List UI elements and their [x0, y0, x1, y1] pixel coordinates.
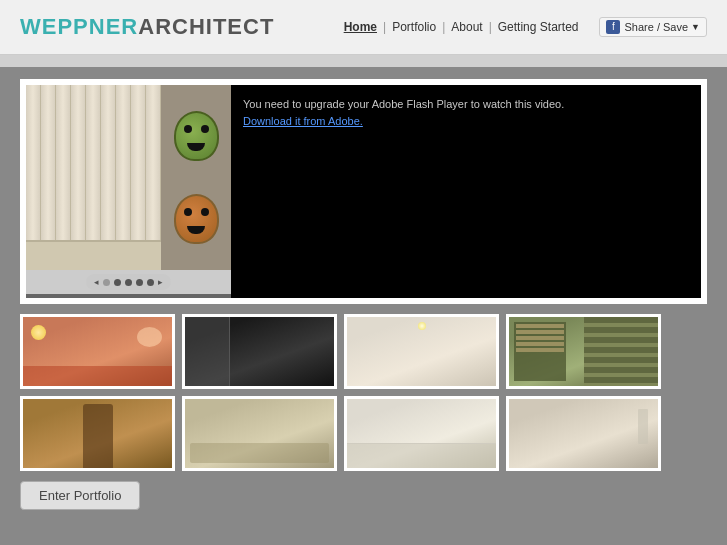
mask-mouth2: [187, 226, 205, 234]
flash-message: You need to upgrade your Adobe Flash Pla…: [243, 97, 689, 112]
dot-2[interactable]: [114, 279, 121, 286]
top-bar: [0, 55, 727, 67]
dot-1[interactable]: [103, 279, 110, 286]
slide-masks-image: [161, 85, 231, 270]
mask-eye-left2: [184, 208, 192, 216]
main-nav: Home | Portfolio | About | Getting Start…: [338, 20, 585, 34]
flash-download-link[interactable]: Download it from Adobe.: [243, 115, 689, 127]
mask-eye-right2: [201, 208, 209, 216]
slide-dots[interactable]: ◂ ▸: [86, 274, 171, 290]
next-arrow[interactable]: ▸: [158, 277, 163, 287]
share-save-button[interactable]: f Share / Save ▼: [599, 17, 707, 37]
mask-orange: [174, 194, 219, 244]
thumbnail-bedroom[interactable]: [20, 314, 175, 389]
dot-5[interactable]: [147, 279, 154, 286]
share-chevron-icon: ▼: [691, 22, 700, 32]
share-label: Share / Save: [624, 21, 688, 33]
thumbnail-entry[interactable]: [20, 396, 175, 471]
thumbnail-white-room[interactable]: [506, 396, 661, 471]
cabinet-detail: [26, 240, 161, 270]
mask-eye-right: [201, 125, 209, 133]
prev-arrow[interactable]: ◂: [94, 277, 99, 287]
thumbnails-grid: [20, 314, 707, 471]
dot-4[interactable]: [136, 279, 143, 286]
nav-about[interactable]: About: [445, 20, 488, 34]
thumbnail-living-room[interactable]: [182, 396, 337, 471]
dot-3[interactable]: [125, 279, 132, 286]
video-panel: You need to upgrade your Adobe Flash Pla…: [231, 85, 701, 298]
slide-blinds-image: [26, 85, 161, 270]
enter-portfolio-button[interactable]: Enter Portfolio: [20, 481, 140, 510]
logo-weppner: WEPPNER: [20, 14, 138, 40]
mask-eye-left: [184, 125, 192, 133]
slideshow-section: ◂ ▸ You need to upgrade your Adobe Flash…: [20, 79, 707, 304]
logo: WEPPNER ARCHITECT: [20, 14, 274, 40]
thumbnails-section: [20, 314, 707, 471]
light-glow: [31, 325, 46, 340]
header: WEPPNER ARCHITECT Home | Portfolio | Abo…: [0, 0, 727, 55]
nav-getting-started[interactable]: Getting Started: [492, 20, 585, 34]
mask-mouth: [187, 143, 205, 151]
mask-green: [174, 111, 219, 161]
slideshow-left-panel: ◂ ▸: [26, 85, 231, 298]
thumbnail-library[interactable]: [506, 314, 661, 389]
main-content: ◂ ▸ You need to upgrade your Adobe Flash…: [0, 67, 727, 522]
dots-container: ◂ ▸: [26, 270, 231, 294]
share-icon: f: [606, 20, 620, 34]
thumbnail-dark-kitchen[interactable]: [182, 314, 337, 389]
logo-architect: ARCHITECT: [138, 14, 274, 40]
nav-home[interactable]: Home: [338, 20, 383, 34]
nav-portfolio[interactable]: Portfolio: [386, 20, 442, 34]
thumbnail-white-kitchen[interactable]: [344, 396, 499, 471]
thumbnail-bathroom[interactable]: [344, 314, 499, 389]
slideshow-images-row: [26, 85, 231, 270]
